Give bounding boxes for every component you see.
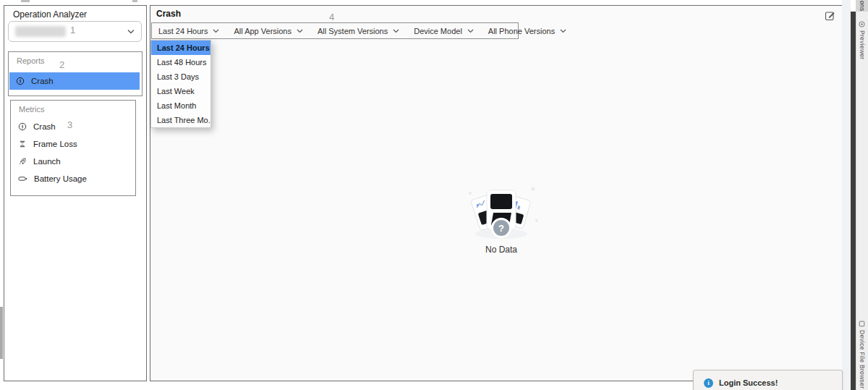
cropped-toolbar-remnant	[21, 0, 30, 2]
empty-state: ? No Data	[458, 180, 545, 255]
filter-app-versions[interactable]: All App Versions	[227, 27, 311, 35]
filter-system-versions[interactable]: All System Versions	[311, 27, 407, 35]
open-in-editor-icon[interactable]	[825, 10, 835, 21]
redacted-app-name	[15, 26, 66, 37]
cropped-toolbar-remnant	[132, 0, 137, 2]
menu-item-last-24-hours[interactable]: Last 24 Hours	[151, 41, 210, 55]
sidebar-item-launch[interactable]: Launch	[12, 153, 133, 170]
eye-icon	[859, 21, 865, 27]
tool-tab-partial-label: ons	[859, 1, 866, 12]
metrics-group-label: Metrics	[19, 105, 44, 114]
left-scrollbar-thumb[interactable]	[0, 307, 3, 359]
chevron-down-icon	[560, 29, 566, 33]
hourglass-icon	[18, 140, 27, 148]
filter-label: Device Model	[414, 27, 462, 35]
toast-message: Login Success!	[719, 378, 778, 387]
menu-item-last-3-days[interactable]: Last 3 Days	[151, 69, 210, 84]
panel-splitter[interactable]	[851, 12, 856, 390]
crash-icon	[16, 77, 25, 85]
menu-item-last-week[interactable]: Last Week	[151, 84, 210, 98]
tool-tab-device-file-browser-label: Device File Browser	[859, 330, 866, 389]
sidebar-item-battery-usage[interactable]: Battery Usage	[12, 170, 133, 187]
no-data-illustration: ?	[458, 180, 545, 241]
tool-tab-device-file-browser[interactable]: Device File Browser	[857, 321, 867, 389]
sidebar-item-label: Battery Usage	[34, 174, 87, 183]
annotation-3: 3	[67, 119, 72, 130]
svg-text:?: ?	[498, 223, 504, 234]
filter-phone-versions[interactable]: All Phone Versions	[482, 27, 574, 35]
sidebar-item-label: Crash	[31, 77, 54, 85]
right-gutter	[842, 0, 851, 390]
sidebar-item-label: Frame Loss	[33, 140, 77, 148]
chevron-down-icon	[393, 29, 399, 33]
filter-bar: Last 24 Hours All App Versions All Syste…	[151, 22, 519, 39]
chevron-down-icon	[127, 29, 135, 34]
info-icon: i	[704, 378, 713, 388]
filter-label: All Phone Versions	[488, 27, 555, 35]
annotation-4: 4	[329, 12, 334, 22]
filter-label: All App Versions	[234, 27, 292, 35]
reports-group: Reports Crash	[8, 51, 142, 96]
menu-item-last-48-hours[interactable]: Last 48 Hours	[151, 55, 210, 69]
filter-label: All System Versions	[318, 27, 388, 35]
filter-device-model[interactable]: Device Model	[407, 27, 482, 35]
filter-time-range[interactable]: Last 24 Hours	[152, 27, 227, 35]
operation-analyzer-panel: Operation Analyzer Reports Crash Metrics…	[4, 5, 147, 381]
reports-group-label: Reports	[17, 56, 45, 65]
menu-item-last-month[interactable]: Last Month	[151, 98, 210, 113]
page-title: Crash	[156, 9, 181, 19]
chevron-down-icon	[467, 29, 474, 33]
sidebar-item-label: Launch	[33, 157, 61, 166]
sidebar-item-crash-report[interactable]: Crash	[9, 72, 140, 90]
sidebar-item-label: Crash	[33, 122, 56, 131]
chevron-down-icon	[213, 29, 219, 33]
battery-icon	[18, 174, 27, 183]
crash-icon	[18, 122, 27, 131]
filter-label: Last 24 Hours	[158, 27, 208, 35]
time-range-menu: Last 24 Hours Last 48 Hours Last 3 Days …	[150, 40, 211, 128]
panel-title: Operation Analyzer	[13, 9, 87, 20]
annotation-2: 2	[59, 59, 64, 70]
chevron-down-icon	[297, 29, 303, 33]
phone-icon	[859, 321, 865, 327]
menu-item-last-three-months[interactable]: Last Three Mo...	[151, 113, 210, 127]
tool-tab-partial[interactable]: ons	[856, 0, 868, 12]
tool-tab-previewer-label: Previewer	[859, 30, 866, 60]
metrics-group: Metrics Crash Frame Loss Launch	[10, 100, 136, 196]
operation-analyzer-window: { "colors": { "accent_blue": "#5b9bf5", …	[0, 0, 868, 390]
annotation-1: 1	[70, 25, 75, 35]
empty-state-label: No Data	[458, 245, 545, 255]
tool-tab-previewer[interactable]: Previewer	[857, 21, 867, 60]
login-success-toast[interactable]: i Login Success!	[693, 370, 843, 390]
rocket-icon	[18, 157, 27, 166]
sidebar-item-frame-loss[interactable]: Frame Loss	[12, 135, 133, 153]
